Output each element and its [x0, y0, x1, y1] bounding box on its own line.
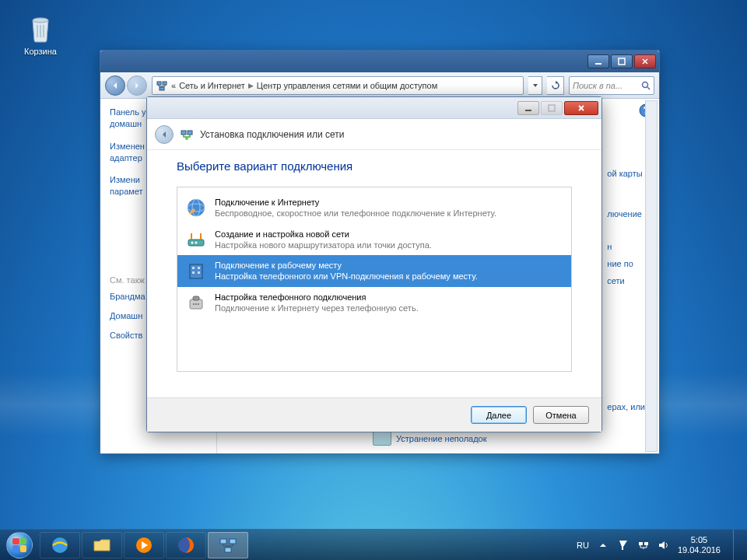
troubleshoot-icon — [373, 432, 391, 446]
breadcrumb-item[interactable]: Центр управления сетями и общим доступом — [257, 81, 437, 90]
address-bar[interactable]: « Сеть и Интернет ▶ Центр управления сет… — [152, 76, 524, 95]
option-new-network[interactable]: Создание и настройка новой сетиНастройка… — [177, 224, 571, 256]
search-icon — [641, 81, 651, 90]
svg-rect-24 — [190, 264, 202, 278]
scrollbar[interactable] — [645, 100, 658, 452]
start-button[interactable] — [3, 531, 36, 559]
svg-point-22 — [191, 241, 194, 243]
option-workplace[interactable]: Подключение к рабочему местуНастройка те… — [177, 255, 571, 287]
recycle-bin-label: Корзина — [24, 47, 57, 56]
svg-rect-37 — [220, 539, 226, 544]
search-input[interactable]: Поиск в па... — [569, 76, 654, 95]
svg-point-0 — [33, 18, 48, 23]
wizard-back-button[interactable] — [155, 125, 174, 144]
svg-point-6 — [643, 82, 648, 87]
svg-rect-4 — [163, 82, 167, 85]
troubleshoot-link[interactable]: Устранение неполадок — [373, 432, 487, 446]
network-center-icon — [156, 79, 168, 92]
wizard-header: Установка подключения или сети — [147, 119, 601, 150]
folder-icon — [92, 535, 112, 555]
firefox-icon — [176, 535, 196, 555]
taskbar: RU 5:05 19.04.2016 — [0, 529, 747, 560]
svg-rect-40 — [639, 542, 643, 545]
building-icon — [185, 260, 207, 282]
right-links: ой карты лючение н ние по сети ерах, или — [607, 169, 645, 419]
ie-icon — [50, 535, 70, 555]
taskbar-item-explorer[interactable] — [82, 532, 122, 558]
options-list: Подключение к ИнтернетуБеспроводное, ско… — [177, 187, 572, 372]
nav-back-button[interactable] — [105, 75, 125, 96]
svg-point-23 — [195, 241, 198, 243]
wizard-maximize-button — [541, 101, 563, 115]
explorer-titlebar[interactable] — [100, 51, 659, 72]
svg-point-33 — [198, 303, 199, 305]
search-placeholder: Поиск в па... — [573, 81, 622, 90]
svg-rect-14 — [549, 105, 555, 111]
svg-rect-39 — [225, 548, 231, 552]
svg-point-31 — [193, 303, 195, 305]
system-tray: RU 5:05 19.04.2016 — [577, 530, 744, 561]
wizard-title: Выберите вариант подключения — [177, 159, 572, 173]
chevron-right-icon: ▶ — [245, 82, 257, 89]
action-center-icon[interactable] — [617, 539, 630, 551]
svg-rect-25 — [192, 267, 195, 269]
svg-rect-1 — [595, 63, 601, 65]
wizard-titlebar[interactable] — [147, 97, 601, 119]
svg-rect-5 — [160, 87, 164, 90]
svg-rect-13 — [525, 110, 531, 111]
wizard-minimize-button[interactable] — [517, 101, 539, 115]
wizard-window: Установка подключения или сети Выберите … — [146, 96, 602, 432]
nav-forward-button[interactable] — [127, 75, 147, 96]
phone-icon — [185, 292, 207, 313]
svg-rect-30 — [193, 296, 199, 300]
wizard-header-text: Установка подключения или сети — [200, 129, 344, 140]
svg-rect-16 — [188, 131, 192, 135]
taskbar-item-network[interactable] — [208, 532, 248, 558]
recycle-bin-icon — [23, 11, 58, 45]
taskbar-item-ie[interactable] — [40, 532, 80, 558]
next-button[interactable]: Далее — [471, 406, 527, 424]
svg-rect-15 — [181, 131, 186, 135]
wizard-footer: Далее Отмена — [147, 397, 601, 432]
option-internet[interactable]: Подключение к ИнтернетуБеспроводное, ско… — [177, 192, 571, 224]
taskbar-item-firefox[interactable] — [166, 532, 206, 558]
recycle-bin[interactable]: Корзина — [17, 11, 64, 56]
network-tray-icon[interactable] — [637, 539, 650, 551]
svg-rect-3 — [157, 82, 161, 85]
show-desktop-button[interactable] — [733, 530, 741, 561]
language-indicator[interactable]: RU — [577, 541, 589, 550]
svg-point-32 — [195, 303, 197, 305]
wizard-close-button[interactable] — [564, 101, 598, 115]
option-dialup[interactable]: Настройка телефонного подключенияПодключ… — [177, 287, 571, 319]
nav-row: « Сеть и Интернет ▶ Центр управления сет… — [100, 72, 659, 99]
svg-point-17 — [185, 137, 188, 140]
refresh-button[interactable] — [547, 76, 564, 95]
wmp-icon — [134, 535, 154, 555]
tray-up-icon[interactable] — [597, 539, 609, 551]
globe-icon — [185, 197, 207, 219]
breadcrumb-item[interactable]: Сеть и Интернет — [176, 81, 245, 90]
wizard-icon — [180, 128, 194, 142]
clock[interactable]: 5:05 19.04.2016 — [678, 535, 721, 555]
svg-rect-2 — [619, 58, 625, 65]
svg-rect-38 — [230, 539, 236, 544]
svg-rect-41 — [644, 542, 648, 545]
router-icon — [185, 229, 207, 250]
svg-rect-27 — [192, 271, 195, 274]
minimize-button[interactable] — [587, 54, 609, 68]
volume-icon[interactable] — [658, 539, 670, 551]
svg-rect-28 — [198, 271, 200, 274]
network-icon — [218, 535, 238, 555]
maximize-button[interactable] — [611, 54, 633, 68]
address-dropdown[interactable] — [528, 76, 542, 95]
svg-rect-26 — [198, 267, 200, 269]
taskbar-item-wmp[interactable] — [124, 532, 164, 558]
cancel-button[interactable]: Отмена — [533, 406, 589, 424]
close-button[interactable] — [634, 54, 656, 68]
